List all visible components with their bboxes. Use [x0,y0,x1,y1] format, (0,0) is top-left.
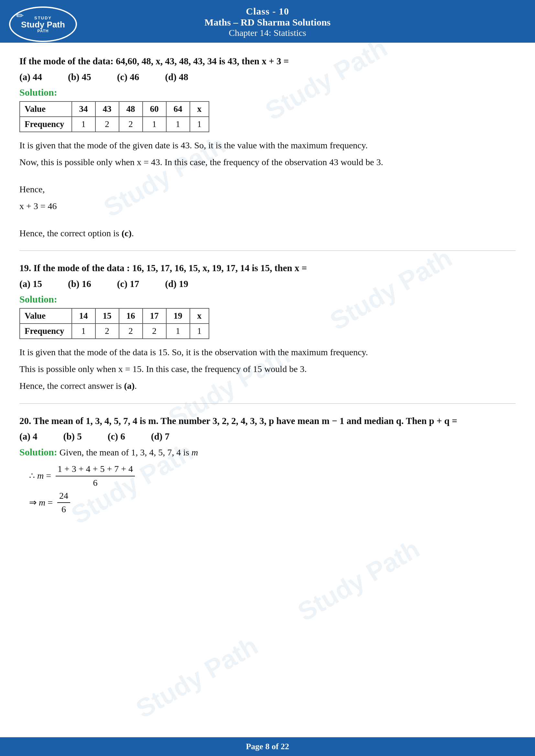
option-19b: (b) 16 [68,279,91,289]
option-20d: (d) 7 [151,431,169,442]
fraction-1: 1 + 3 + 4 + 5 + 7 + 4 6 [56,463,135,489]
logo-main-text: Study Path [21,20,65,29]
explanation-18-3: Hence, [19,182,516,197]
page-content: If the mode of the data: 64,60, 48, x, 4… [0,43,535,534]
option-18a: (a) 44 [19,72,42,82]
question-19: 19. If the mode of the data : 16, 15, 17… [19,261,516,393]
explanation-18-5: Hence, the correct option is (c). [19,226,516,241]
logo: ✏ STUDY Study Path PATH [6,3,80,45]
header-subject: Maths – RD Sharma Solutions [3,17,532,28]
implies-symbol: ⇒ m = [29,493,53,512]
question-18-text: If the mode of the data: 64,60, 48, x, 4… [19,54,516,68]
option-18b: (b) 45 [68,72,91,82]
option-19c: (c) 17 [117,279,139,289]
logo-bottom-text: PATH [38,29,49,33]
formula-m-row1: ∴ m = 1 + 3 + 4 + 5 + 7 + 4 6 [29,463,516,489]
table-18: Value 34 43 48 60 64 x Frequency 1 2 2 1… [19,101,209,132]
fraction-2: 24 6 [57,490,70,516]
divider-1 [19,251,516,251]
option-20a: (a) 4 [19,431,38,442]
table-19: Value 14 15 16 17 19 x Frequency 1 2 2 2… [19,308,209,339]
option-18d: (d) 48 [165,72,188,82]
question-19-text: 19. If the mode of the data : 16, 15, 17… [19,261,516,275]
solution-20-label: Solution: [19,447,57,457]
option-19a: (a) 15 [19,279,42,289]
explanation-18-1: It is given that the mode of the given d… [19,138,516,153]
option-20c: (c) 6 [108,431,125,442]
solution-20-given: Given, the mean of 1, 3, 4, 5, 7, 4 is m [60,447,198,457]
solution-18-label: Solution: [19,87,516,98]
question-18: If the mode of the data: 64,60, 48, x, 4… [19,54,516,241]
solution-20-block: Solution: Given, the mean of 1, 3, 4, 5,… [19,445,516,460]
page-footer: Page 8 of 22 [0,737,535,756]
watermark-7: Study Path [131,631,263,724]
watermark-6: Study Path [293,534,425,627]
fraction-2-numerator: 24 [57,490,70,503]
page-header: ✏ STUDY Study Path PATH Class - 10 Maths… [0,0,535,43]
option-19d: (d) 19 [165,279,188,289]
header-chapter: Chapter 14: Statistics [3,28,532,38]
question-20: 20. The mean of 1, 3, 4, 5, 7, 4 is m. T… [19,414,516,516]
therefore-symbol: ∴ m = [29,466,51,485]
question-20-options: (a) 4 (b) 5 (c) 6 (d) 7 [19,431,516,442]
option-20b: (b) 5 [63,431,82,442]
question-20-text: 20. The mean of 1, 3, 4, 5, 7, 4 is m. T… [19,414,516,428]
option-18c: (c) 46 [117,72,139,82]
question-19-options: (a) 15 (b) 16 (c) 17 (d) 19 [19,279,516,289]
question-18-options: (a) 44 (b) 45 (c) 46 (d) 48 [19,72,516,82]
page-number: Page 8 of 22 [246,742,289,751]
divider-2 [19,403,516,404]
fraction-1-numerator: 1 + 3 + 4 + 5 + 7 + 4 [56,463,135,476]
explanation-19-3: Hence, the correct answer is (a). [19,378,516,393]
explanation-19-1: It is given that the mode of the data is… [19,345,516,360]
fraction-1-denominator: 6 [91,476,99,489]
pen-icon: ✏ [16,10,24,21]
fraction-2-denominator: 6 [60,503,68,515]
solution-19-label: Solution: [19,294,516,305]
explanation-19-2: This is possible only when x = 15. In th… [19,362,516,377]
header-class: Class - 10 [3,6,532,17]
formula-m-row2: ⇒ m = 24 6 [29,490,516,516]
explanation-18-4: x + 3 = 46 [19,199,516,214]
explanation-18-2: Now, this is possible only when x = 43. … [19,155,516,170]
math-block-20: ∴ m = 1 + 3 + 4 + 5 + 7 + 4 6 ⇒ m = 24 6 [29,463,516,516]
